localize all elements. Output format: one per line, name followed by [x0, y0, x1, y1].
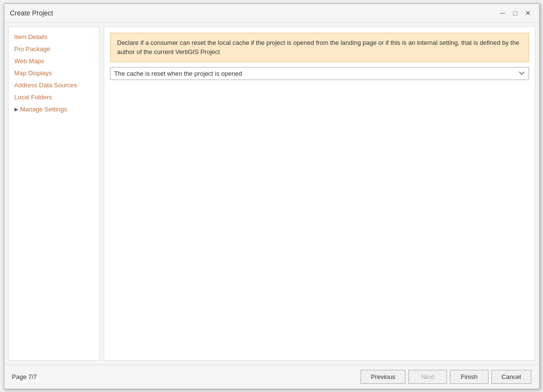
create-project-dialog: Create Project ─ □ ✕ Item Details Pro Pa…	[4, 3, 540, 389]
sidebar-label-map-displays: Map Displays	[14, 69, 52, 77]
page-info: Page 7/7	[12, 373, 37, 380]
sidebar-label-manage-settings: Manage Settings	[20, 106, 68, 113]
footer-buttons: Previous Next Finish Cancel	[361, 370, 531, 384]
sidebar-label-pro-package: Pro Package	[14, 45, 50, 53]
expand-arrow-icon: ▶	[14, 107, 18, 112]
minimize-button[interactable]: ─	[498, 8, 508, 18]
sidebar-label-address-data-sources: Address Data Sources	[14, 81, 77, 89]
sidebar-item-web-maps[interactable]: Web Maps	[9, 55, 99, 67]
content-area: Item Details Pro Package Web Maps Map Di…	[4, 23, 539, 365]
next-button[interactable]: Next	[408, 370, 447, 384]
sidebar-item-manage-settings[interactable]: ▶ Manage Settings	[9, 103, 99, 115]
sidebar-item-map-displays[interactable]: Map Displays	[9, 67, 99, 79]
dropdown-container: The cache is reset when the project is o…	[110, 67, 529, 80]
cancel-button[interactable]: Cancel	[491, 370, 531, 384]
main-panel: Declare if a consumer can reset the loca…	[104, 27, 535, 361]
dialog-title: Create Project	[10, 9, 53, 17]
restore-button[interactable]: □	[510, 8, 521, 18]
finish-button[interactable]: Finish	[450, 370, 488, 384]
sidebar-label-local-folders: Local Folders	[14, 94, 52, 101]
footer: Page 7/7 Previous Next Finish Cancel	[4, 365, 539, 389]
sidebar-item-local-folders[interactable]: Local Folders	[9, 91, 99, 103]
close-button[interactable]: ✕	[523, 8, 533, 18]
sidebar-item-address-data-sources[interactable]: Address Data Sources	[9, 79, 99, 91]
sidebar-item-item-details[interactable]: Item Details	[9, 31, 99, 43]
sidebar-label-web-maps: Web Maps	[14, 57, 44, 65]
previous-button[interactable]: Previous	[361, 370, 405, 384]
title-bar: Create Project ─ □ ✕	[4, 4, 539, 23]
sidebar: Item Details Pro Package Web Maps Map Di…	[8, 27, 100, 361]
title-controls: ─ □ ✕	[498, 8, 533, 18]
cache-reset-dropdown[interactable]: The cache is reset when the project is o…	[110, 67, 529, 80]
info-text: Declare if a consumer can reset the loca…	[117, 39, 519, 56]
sidebar-label-item-details: Item Details	[14, 33, 48, 41]
sidebar-item-pro-package[interactable]: Pro Package	[9, 43, 99, 55]
info-banner: Declare if a consumer can reset the loca…	[110, 33, 529, 62]
